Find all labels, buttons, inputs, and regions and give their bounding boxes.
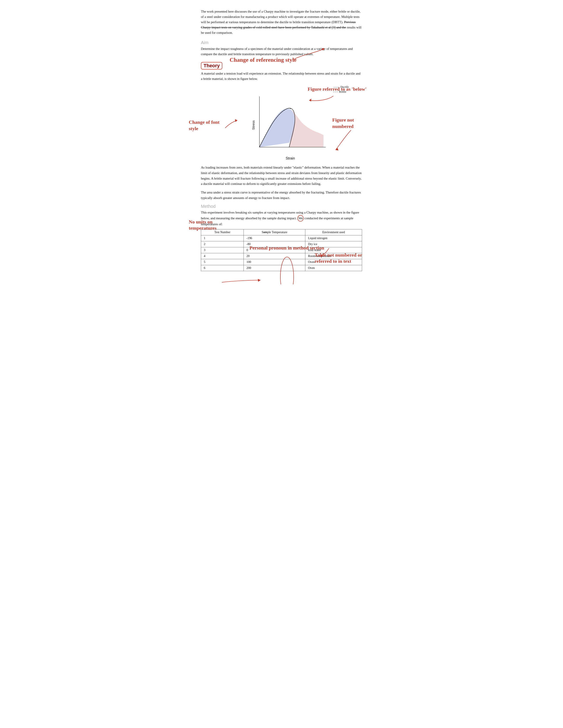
aim-text: Determine the impact toughness of a spec… (201, 46, 362, 57)
figure-container: Ductile Brittle Stress Strain (218, 84, 362, 160)
table-cell-1: -196 (244, 235, 305, 241)
body-para-1: As loading increases from zero, both mat… (201, 165, 362, 187)
table-cell-0: 4 (201, 253, 244, 259)
page-wrapper: The work presented here discusses the us… (201, 9, 362, 271)
theory-heading-wrapper: Theory (201, 62, 222, 69)
we-word-circled: We (298, 215, 304, 221)
legend-ductile: Ductile (334, 84, 349, 89)
aim-section: Aim (201, 38, 208, 46)
table-cell-2: Oven (305, 265, 362, 271)
table-header-row: Test Number Sample Temperature Environme… (201, 229, 362, 235)
strikethrough-text: Previous Charpy impact tests on varying … (201, 20, 356, 29)
body-para-2: The area under a stress strain curve is … (201, 190, 362, 201)
annotation-table-numbered: Table not numbered or referred to in tex… (315, 252, 372, 265)
theory-text: A material under a tension load will exp… (201, 71, 362, 81)
table-row: 6200Oven (201, 265, 362, 271)
table-cell-0: 5 (201, 259, 244, 265)
table-cell-1: 200 (244, 265, 305, 271)
table-cell-0: 2 (201, 241, 244, 247)
annotation-referencing: Change of referencing style (229, 56, 297, 64)
intro-paragraph: The work presented here discusses the us… (201, 9, 362, 35)
table-row: 1-196Liquid nitrogen (201, 235, 362, 241)
table-cell-0: 3 (201, 247, 244, 253)
annotation-no-units: No units on temperatures (189, 219, 222, 231)
annotation-pronoun: Personal pronoun in method section (249, 245, 347, 251)
svg-text:Stress: Stress (251, 120, 255, 130)
table-cell-0: 6 (201, 265, 244, 271)
method-text: This experiment involves breaking six sa… (201, 210, 362, 227)
aim-heading: Aim (201, 40, 208, 45)
table-cell-1: 100 (244, 259, 305, 265)
col-header-temp: Sample Temperature (244, 229, 305, 235)
legend-brittle: Brittle (334, 89, 349, 94)
table-cell-1: 20 (244, 253, 305, 259)
svg-marker-9 (258, 279, 260, 282)
col-header-env: Environment used (305, 229, 362, 235)
figure-legend: Ductile Brittle (334, 84, 349, 94)
table-cell-0: 1 (201, 235, 244, 241)
theory-heading: Theory (201, 62, 222, 69)
stress-strain-chart: Stress (250, 94, 330, 156)
strain-label: Strain (286, 156, 295, 160)
table-cell-2: Liquid nitrogen (305, 235, 362, 241)
method-heading: Method (201, 204, 362, 209)
